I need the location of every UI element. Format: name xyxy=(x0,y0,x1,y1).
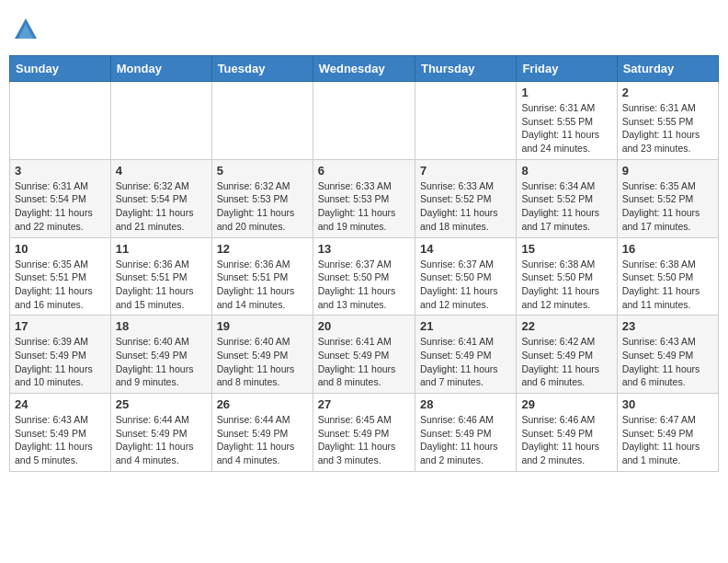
day-number: 20 xyxy=(318,319,410,333)
calendar-cell xyxy=(415,82,516,160)
day-info: Sunrise: 6:37 AM Sunset: 5:50 PM Dayligh… xyxy=(420,258,511,312)
calendar-header-row: SundayMondayTuesdayWednesdayThursdayFrid… xyxy=(10,56,719,82)
day-number: 7 xyxy=(420,164,511,178)
calendar-cell: 4Sunrise: 6:32 AM Sunset: 5:54 PM Daylig… xyxy=(110,159,211,237)
calendar-week-row: 1Sunrise: 6:31 AM Sunset: 5:55 PM Daylig… xyxy=(10,82,719,160)
day-info: Sunrise: 6:36 AM Sunset: 5:51 PM Dayligh… xyxy=(116,258,207,312)
day-number: 29 xyxy=(521,397,611,411)
calendar-header-sunday: Sunday xyxy=(10,56,111,82)
day-info: Sunrise: 6:35 AM Sunset: 5:51 PM Dayligh… xyxy=(15,258,106,312)
calendar-cell: 25Sunrise: 6:44 AM Sunset: 5:49 PM Dayli… xyxy=(110,394,211,472)
day-info: Sunrise: 6:39 AM Sunset: 5:49 PM Dayligh… xyxy=(15,335,106,389)
day-info: Sunrise: 6:43 AM Sunset: 5:49 PM Dayligh… xyxy=(15,413,106,467)
day-info: Sunrise: 6:40 AM Sunset: 5:49 PM Dayligh… xyxy=(217,335,308,389)
day-info: Sunrise: 6:44 AM Sunset: 5:49 PM Dayligh… xyxy=(217,413,308,467)
calendar-cell: 5Sunrise: 6:32 AM Sunset: 5:53 PM Daylig… xyxy=(211,159,313,237)
day-info: Sunrise: 6:41 AM Sunset: 5:49 PM Dayligh… xyxy=(420,335,511,389)
day-number: 28 xyxy=(420,397,511,411)
calendar-table: SundayMondayTuesdayWednesdayThursdayFrid… xyxy=(9,55,719,472)
calendar-week-row: 3Sunrise: 6:31 AM Sunset: 5:54 PM Daylig… xyxy=(10,159,719,237)
day-number: 25 xyxy=(116,397,207,411)
day-info: Sunrise: 6:31 AM Sunset: 5:54 PM Dayligh… xyxy=(15,179,106,234)
calendar-cell: 30Sunrise: 6:47 AM Sunset: 5:49 PM Dayli… xyxy=(617,394,718,472)
day-number: 6 xyxy=(318,164,410,178)
day-number: 8 xyxy=(521,164,611,178)
day-number: 19 xyxy=(217,319,308,333)
page-header xyxy=(9,9,719,50)
calendar-cell: 16Sunrise: 6:38 AM Sunset: 5:50 PM Dayli… xyxy=(617,237,718,316)
day-number: 18 xyxy=(116,319,207,333)
calendar-cell: 23Sunrise: 6:43 AM Sunset: 5:49 PM Dayli… xyxy=(617,316,718,394)
day-number: 23 xyxy=(622,319,713,333)
calendar-cell xyxy=(313,82,415,160)
day-number: 1 xyxy=(521,86,611,99)
calendar-header-friday: Friday xyxy=(517,56,617,82)
day-info: Sunrise: 6:44 AM Sunset: 5:49 PM Dayligh… xyxy=(116,413,207,467)
day-info: Sunrise: 6:40 AM Sunset: 5:49 PM Dayligh… xyxy=(116,335,207,389)
day-info: Sunrise: 6:33 AM Sunset: 5:53 PM Dayligh… xyxy=(318,179,410,234)
day-info: Sunrise: 6:46 AM Sunset: 5:49 PM Dayligh… xyxy=(420,413,511,467)
calendar-cell: 6Sunrise: 6:33 AM Sunset: 5:53 PM Daylig… xyxy=(313,159,415,237)
day-info: Sunrise: 6:33 AM Sunset: 5:52 PM Dayligh… xyxy=(420,179,511,234)
day-number: 4 xyxy=(116,164,207,178)
day-number: 2 xyxy=(622,86,713,99)
day-info: Sunrise: 6:34 AM Sunset: 5:52 PM Dayligh… xyxy=(521,179,611,234)
calendar-cell: 8Sunrise: 6:34 AM Sunset: 5:52 PM Daylig… xyxy=(517,159,617,237)
day-info: Sunrise: 6:31 AM Sunset: 5:55 PM Dayligh… xyxy=(521,101,611,155)
calendar-cell xyxy=(211,82,313,160)
calendar-header-thursday: Thursday xyxy=(415,56,516,82)
calendar-week-row: 24Sunrise: 6:43 AM Sunset: 5:49 PM Dayli… xyxy=(10,394,719,472)
calendar-week-row: 17Sunrise: 6:39 AM Sunset: 5:49 PM Dayli… xyxy=(10,316,719,394)
calendar-cell: 22Sunrise: 6:42 AM Sunset: 5:49 PM Dayli… xyxy=(517,316,617,394)
day-info: Sunrise: 6:38 AM Sunset: 5:50 PM Dayligh… xyxy=(622,258,713,312)
day-number: 3 xyxy=(15,164,106,178)
calendar-cell: 27Sunrise: 6:45 AM Sunset: 5:49 PM Dayli… xyxy=(313,394,415,472)
day-info: Sunrise: 6:42 AM Sunset: 5:49 PM Dayligh… xyxy=(521,335,611,389)
day-info: Sunrise: 6:38 AM Sunset: 5:50 PM Dayligh… xyxy=(521,258,611,312)
calendar-header-monday: Monday xyxy=(110,56,211,82)
day-number: 16 xyxy=(622,242,713,256)
day-info: Sunrise: 6:31 AM Sunset: 5:55 PM Dayligh… xyxy=(622,101,713,155)
logo xyxy=(13,17,42,42)
calendar-cell: 21Sunrise: 6:41 AM Sunset: 5:49 PM Dayli… xyxy=(415,316,516,394)
day-number: 15 xyxy=(521,242,611,256)
calendar-header-tuesday: Tuesday xyxy=(211,56,313,82)
day-number: 26 xyxy=(217,397,308,411)
day-info: Sunrise: 6:36 AM Sunset: 5:51 PM Dayligh… xyxy=(217,258,308,312)
day-number: 27 xyxy=(318,397,410,411)
calendar-cell: 7Sunrise: 6:33 AM Sunset: 5:52 PM Daylig… xyxy=(415,159,516,237)
day-info: Sunrise: 6:37 AM Sunset: 5:50 PM Dayligh… xyxy=(318,258,410,312)
day-info: Sunrise: 6:46 AM Sunset: 5:49 PM Dayligh… xyxy=(521,413,611,467)
day-number: 13 xyxy=(318,242,410,256)
day-number: 21 xyxy=(420,319,511,333)
calendar-cell: 3Sunrise: 6:31 AM Sunset: 5:54 PM Daylig… xyxy=(10,159,111,237)
day-number: 9 xyxy=(622,164,713,178)
calendar-cell: 17Sunrise: 6:39 AM Sunset: 5:49 PM Dayli… xyxy=(10,316,111,394)
day-number: 14 xyxy=(420,242,511,256)
day-number: 30 xyxy=(622,397,713,411)
calendar-header-wednesday: Wednesday xyxy=(313,56,415,82)
day-info: Sunrise: 6:45 AM Sunset: 5:49 PM Dayligh… xyxy=(318,413,410,467)
calendar-cell: 28Sunrise: 6:46 AM Sunset: 5:49 PM Dayli… xyxy=(415,394,516,472)
calendar-header-saturday: Saturday xyxy=(617,56,718,82)
day-info: Sunrise: 6:47 AM Sunset: 5:49 PM Dayligh… xyxy=(622,413,713,467)
calendar-week-row: 10Sunrise: 6:35 AM Sunset: 5:51 PM Dayli… xyxy=(10,237,719,316)
calendar-cell: 12Sunrise: 6:36 AM Sunset: 5:51 PM Dayli… xyxy=(211,237,313,316)
day-number: 22 xyxy=(521,319,611,333)
calendar-cell: 13Sunrise: 6:37 AM Sunset: 5:50 PM Dayli… xyxy=(313,237,415,316)
calendar-cell xyxy=(10,82,111,160)
day-number: 17 xyxy=(15,319,106,333)
calendar-cell: 15Sunrise: 6:38 AM Sunset: 5:50 PM Dayli… xyxy=(517,237,617,316)
calendar-cell: 1Sunrise: 6:31 AM Sunset: 5:55 PM Daylig… xyxy=(517,82,617,160)
day-info: Sunrise: 6:41 AM Sunset: 5:49 PM Dayligh… xyxy=(318,335,410,389)
day-info: Sunrise: 6:43 AM Sunset: 5:49 PM Dayligh… xyxy=(622,335,713,389)
day-number: 24 xyxy=(15,397,106,411)
day-number: 10 xyxy=(15,242,106,256)
calendar-cell xyxy=(110,82,211,160)
day-info: Sunrise: 6:35 AM Sunset: 5:52 PM Dayligh… xyxy=(622,179,713,234)
calendar-cell: 24Sunrise: 6:43 AM Sunset: 5:49 PM Dayli… xyxy=(10,394,111,472)
day-info: Sunrise: 6:32 AM Sunset: 5:54 PM Dayligh… xyxy=(116,179,207,234)
calendar-cell: 2Sunrise: 6:31 AM Sunset: 5:55 PM Daylig… xyxy=(617,82,718,160)
calendar-cell: 9Sunrise: 6:35 AM Sunset: 5:52 PM Daylig… xyxy=(617,159,718,237)
calendar-cell: 20Sunrise: 6:41 AM Sunset: 5:49 PM Dayli… xyxy=(313,316,415,394)
